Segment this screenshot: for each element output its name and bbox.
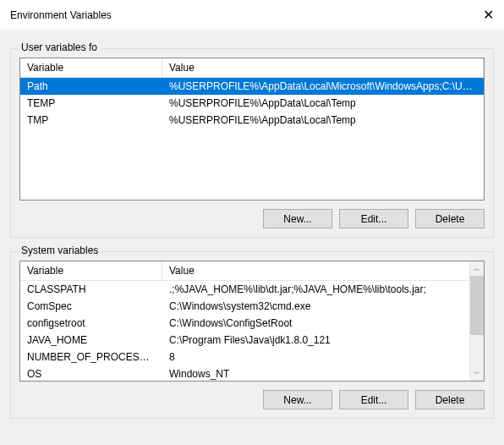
system-table-header: Variable Value [20,261,484,281]
cell-variable: OS [20,367,162,381]
table-row[interactable]: NUMBER_OF_PROCESSORS8 [20,349,484,365]
system-variables-group: System variables Variable Value CLASSPAT… [10,251,494,419]
scroll-down-icon[interactable]: ﹀ [470,366,484,381]
column-header-value[interactable]: Value [162,58,484,77]
user-new-button[interactable]: New... [263,209,332,228]
cell-variable: NUMBER_OF_PROCESSORS [20,350,162,364]
cell-variable: JAVA_HOME [20,333,162,347]
user-delete-button[interactable]: Delete [415,209,485,228]
scroll-up-icon[interactable]: ︿ [470,261,484,276]
cell-value: %USERPROFILE%\AppData\Local\Temp [162,113,484,127]
cell-variable: ComSpec [20,299,162,313]
cell-value: %USERPROFILE%\AppData\Local\Temp [162,96,484,110]
user-table-header: Variable Value [20,58,484,78]
cell-value: Windows_NT [162,367,484,381]
table-row[interactable]: OSWindows_NT [20,365,484,381]
table-row[interactable]: ComSpecC:\Windows\system32\cmd.exe [20,298,484,315]
column-header-value[interactable]: Value [162,261,484,280]
system-scrollbar[interactable]: ︿ ﹀ [469,261,484,381]
cell-value: C:\Windows\ConfigSetRoot [162,316,484,330]
scroll-track[interactable] [470,335,484,366]
user-button-row: New... Edit... Delete [19,209,485,228]
user-variables-table[interactable]: Variable Value Path%USERPROFILE%\AppData… [19,58,485,201]
cell-variable: Path [20,80,162,93]
cell-value: %USERPROFILE%\AppData\Local\Microsoft\Wi… [162,80,484,93]
cell-variable: TMP [20,113,162,127]
window-title: Environment Variables [10,9,112,21]
user-table-body: Path%USERPROFILE%\AppData\Local\Microsof… [20,78,484,200]
table-row[interactable]: TMP%USERPROFILE%\AppData\Local\Temp [20,112,484,129]
scroll-thumb[interactable] [470,276,484,335]
cell-variable: configsetroot [20,316,162,330]
system-table-body: CLASSPATH.;%JAVA_HOME%\lib\dt.jar;%JAVA_… [20,281,484,381]
user-edit-button[interactable]: Edit... [339,209,408,228]
system-button-row: New... Edit... Delete [19,390,485,409]
cell-value: 8 [162,350,484,364]
close-icon[interactable]: ✕ [483,7,494,23]
system-delete-button[interactable]: Delete [415,390,485,409]
cell-value: C:\Windows\system32\cmd.exe [162,299,484,313]
system-new-button[interactable]: New... [263,390,332,409]
cell-value: C:\Program Files\Java\jdk1.8.0_121 [162,333,484,347]
table-row[interactable]: Path%USERPROFILE%\AppData\Local\Microsof… [20,78,484,95]
column-header-variable[interactable]: Variable [20,58,162,77]
table-row[interactable]: configsetrootC:\Windows\ConfigSetRoot [20,315,484,332]
cell-value: .;%JAVA_HOME%\lib\dt.jar;%JAVA_HOME%\lib… [162,283,484,296]
cell-variable: CLASSPATH [20,283,162,296]
dialog-content: User variables fo Variable Value Path%US… [0,30,504,429]
column-header-variable[interactable]: Variable [20,261,162,280]
system-variables-table[interactable]: Variable Value CLASSPATH.;%JAVA_HOME%\li… [19,261,485,382]
table-row[interactable]: TEMP%USERPROFILE%\AppData\Local\Temp [20,95,484,112]
table-row[interactable]: CLASSPATH.;%JAVA_HOME%\lib\dt.jar;%JAVA_… [20,281,484,298]
cell-variable: TEMP [20,96,162,110]
table-row[interactable]: JAVA_HOMEC:\Program Files\Java\jdk1.8.0_… [20,332,484,349]
titlebar: Environment Variables ✕ [0,0,504,30]
user-variables-group: User variables fo Variable Value Path%US… [10,48,494,238]
user-group-label: User variables fo [18,41,101,53]
system-group-label: System variables [18,244,101,256]
system-edit-button[interactable]: Edit... [339,390,408,409]
